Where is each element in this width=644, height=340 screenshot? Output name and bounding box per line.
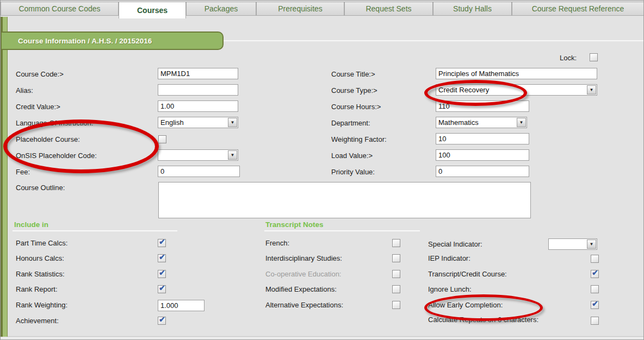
course-hours-label: Course Hours:> <box>331 103 381 111</box>
include-in-underline <box>13 230 177 231</box>
placeholder-course-checkbox[interactable]: ✔ <box>158 135 166 143</box>
dropdown-button[interactable]: ▼ <box>587 85 596 95</box>
bottom-margin <box>1 337 644 340</box>
load-value-label: Load Value:> <box>331 152 373 160</box>
honours-calcs-checkbox[interactable]: ✔ <box>158 254 166 262</box>
course-type-label: Course Type:> <box>331 86 377 95</box>
interdisciplinary-studies-label: Interdisciplinary Studies: <box>265 254 342 262</box>
rank-weighting-input[interactable] <box>158 300 205 311</box>
priority-value-label: Priority Value: <box>331 168 375 176</box>
page-title: Course Information / A.H.S. / 20152016 <box>1 32 224 50</box>
check-icon: ✔ <box>592 268 598 277</box>
weighting-factor-input[interactable] <box>436 133 529 144</box>
department-value: Mathematics <box>438 118 479 127</box>
part-time-calcs-label: Part Time Calcs: <box>16 239 67 247</box>
course-title-input[interactable] <box>436 68 597 79</box>
modified-expectations-label: Modified Expectations: <box>265 285 337 293</box>
check-icon: ✔ <box>159 237 165 246</box>
ignore-lunch-checkbox[interactable]: ✔ <box>591 285 599 293</box>
tab-common-course-codes[interactable]: Common Course Codes <box>1 2 119 16</box>
modified-expectations-checkbox[interactable]: ✔ <box>392 285 400 293</box>
course-outline-label: Course Outline: <box>16 184 65 192</box>
chevron-down-icon: ▼ <box>590 88 594 92</box>
onsis-placeholder-code-label: OnSIS Placeholder Code: <box>16 152 97 160</box>
allow-early-completion-checkbox[interactable]: ✔ <box>591 301 599 309</box>
dropdown-button[interactable]: ▼ <box>228 150 237 160</box>
course-hours-input[interactable] <box>436 100 529 112</box>
tab-study-halls[interactable]: Study Halls <box>433 2 512 16</box>
alias-input[interactable] <box>158 84 238 96</box>
tab-course-request-reference[interactable]: Course Request Reference <box>512 2 644 16</box>
left-accent-bar <box>1 17 8 337</box>
allow-early-completion-label: Allow Early Completion: <box>428 301 503 309</box>
annotation-circle-placeholder-fields <box>3 119 159 173</box>
fee-input[interactable] <box>158 166 240 177</box>
course-code-label: Course Code:> <box>16 70 64 78</box>
course-type-dropdown[interactable]: Credit Recovery ▼ <box>436 84 597 96</box>
language-of-instruction-label: Language Of Instruction: <box>16 119 93 127</box>
dropdown-button[interactable]: ▼ <box>517 118 526 127</box>
credit-value-input[interactable] <box>158 100 238 112</box>
priority-value-input[interactable] <box>436 166 529 177</box>
check-icon: ✔ <box>592 299 598 308</box>
include-in-section-title: Include in <box>14 221 48 229</box>
dropdown-button[interactable]: ▼ <box>228 118 237 127</box>
calculate-repeats-label: Calculate Repeats on 6 characters: <box>428 316 545 324</box>
chevron-down-icon: ▼ <box>590 242 594 247</box>
department-label: Department: <box>331 119 370 127</box>
check-icon: ✔ <box>159 268 165 277</box>
ignore-lunch-label: Ignore Lunch: <box>428 285 472 293</box>
achievement-label: Achievement: <box>16 317 59 325</box>
lock-checkbox[interactable]: ✔ <box>590 53 598 61</box>
tab-packages[interactable]: Packages <box>186 2 256 16</box>
credit-value-label: Credit Value:> <box>16 103 60 111</box>
french-label: French: <box>265 239 289 247</box>
header-divider-line <box>219 40 644 41</box>
chevron-down-icon: ▼ <box>231 153 235 158</box>
iep-indicator-checkbox[interactable]: ✔ <box>591 255 599 263</box>
rank-statistics-checkbox[interactable]: ✔ <box>158 270 166 278</box>
tab-prerequisites[interactable]: Prerequisites <box>256 2 344 16</box>
achievement-checkbox[interactable]: ✔ <box>158 317 166 325</box>
course-outline-textarea[interactable] <box>158 182 531 218</box>
rank-report-checkbox[interactable]: ✔ <box>158 285 166 293</box>
onsis-placeholder-code-dropdown[interactable]: ▼ <box>158 149 238 161</box>
alias-label: Alias: <box>16 86 33 95</box>
alternative-expectations-label: Alternative Expectations: <box>265 301 343 309</box>
course-title-label: Course Title:> <box>331 70 375 78</box>
rank-report-label: Rank Report: <box>16 285 58 293</box>
language-of-instruction-value: English <box>160 118 184 127</box>
cooperative-education-label: Co-operative Education: <box>265 270 341 278</box>
chevron-down-icon: ▼ <box>231 121 235 125</box>
part-time-calcs-checkbox[interactable]: ✔ <box>158 239 166 247</box>
check-icon: ✔ <box>159 315 165 324</box>
course-admin-window: Common Course Codes Courses Packages Pre… <box>0 0 644 340</box>
rank-weighting-label: Rank Weighting: <box>16 301 67 309</box>
french-checkbox[interactable]: ✔ <box>392 239 400 247</box>
transcript-notes-section-title: Transcript Notes <box>265 221 324 229</box>
alternative-expectations-checkbox[interactable]: ✔ <box>392 301 400 309</box>
course-code-input[interactable] <box>158 68 238 79</box>
check-icon: ✔ <box>159 253 165 261</box>
transcript-credit-course-checkbox[interactable]: ✔ <box>591 270 599 278</box>
placeholder-course-label: Placeholder Course: <box>16 135 80 143</box>
course-type-value: Credit Recovery <box>438 86 489 94</box>
fee-label: Fee: <box>16 168 30 176</box>
check-icon: ✔ <box>159 284 165 292</box>
transcript-notes-underline <box>264 230 420 231</box>
calculate-repeats-checkbox[interactable]: ✔ <box>591 317 599 325</box>
dropdown-button[interactable]: ▼ <box>587 240 596 249</box>
tab-courses[interactable]: Courses <box>119 2 186 18</box>
load-value-input[interactable] <box>436 149 529 161</box>
honours-calcs-label: Honours Calcs: <box>16 254 64 262</box>
interdisciplinary-studies-checkbox[interactable]: ✔ <box>392 254 400 262</box>
department-dropdown[interactable]: Mathematics ▼ <box>436 117 527 128</box>
chevron-down-icon: ▼ <box>519 121 524 125</box>
special-indicator-dropdown[interactable]: ▼ <box>548 238 597 250</box>
lock-label: Lock: <box>560 54 577 62</box>
iep-indicator-label: IEP Indicator: <box>428 254 470 262</box>
language-of-instruction-dropdown[interactable]: English ▼ <box>158 117 238 128</box>
tab-request-sets[interactable]: Request Sets <box>344 2 433 16</box>
transcript-credit-course-label: Transcript/Credit Course: <box>428 270 507 278</box>
rank-statistics-label: Rank Statistics: <box>16 270 65 278</box>
